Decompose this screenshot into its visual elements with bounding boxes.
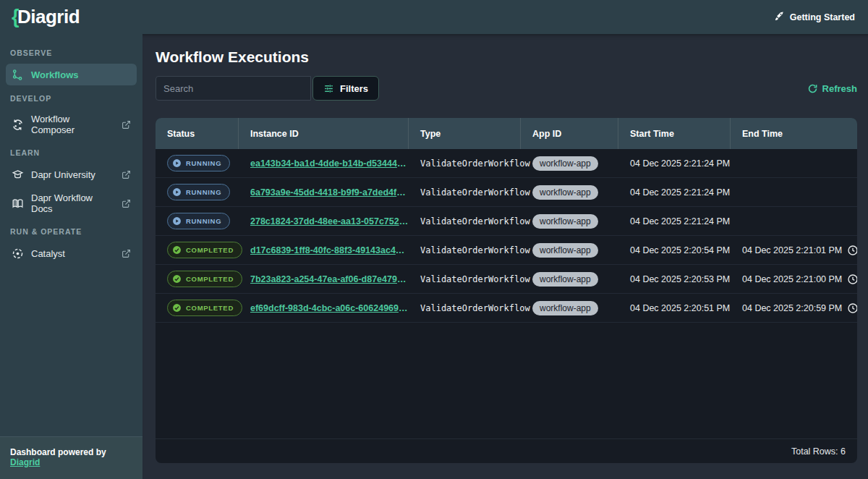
status-badge: COMPLETED [167, 242, 242, 258]
check-circle-icon [172, 274, 182, 284]
status-badge: RUNNING [167, 184, 230, 200]
end-time: 04 Dec 2025 2:20:59 PM [742, 303, 842, 313]
main-content: Workflow Executions Filters Refresh Stat… [142, 34, 868, 479]
status-badge: RUNNING [167, 155, 230, 171]
column-header-instance-id: Instance ID [239, 118, 409, 149]
target-icon [11, 247, 24, 260]
sidebar-item-catalyst[interactable]: Catalyst [6, 242, 137, 264]
external-link-icon [122, 120, 131, 130]
clock-icon [847, 274, 857, 285]
status-badge: RUNNING [167, 213, 230, 229]
workflow-type: ValidateOrderWorkflow [420, 245, 530, 255]
instance-id-link[interactable]: ef69dcff-983d-4cbc-a06c-606249699b50 [250, 303, 409, 313]
column-header-start-time: Start Time [618, 118, 731, 149]
topbar: { Diagrid Getting Started [0, 0, 868, 34]
section-label-develop: DEVELOP [10, 94, 142, 103]
sidebar-item-label: Workflow Composer [31, 114, 114, 135]
sidebar-item-dapr-workflow-docs[interactable]: Dapr Workflow Docs [6, 188, 137, 219]
clock-icon [847, 245, 857, 256]
start-time: 04 Dec 2025 2:20:51 PM [630, 303, 730, 313]
play-circle-icon [172, 158, 182, 168]
instance-id-link[interactable]: 6a793a9e-45dd-4418-b9f9-a7ded4f10b71 [250, 187, 409, 198]
filters-button[interactable]: Filters [312, 76, 379, 101]
sidebar: OBSERVE Workflows DEVELOP Workflow Compo… [0, 34, 142, 479]
filters-label: Filters [340, 83, 368, 94]
section-label-learn: LEARN [10, 148, 142, 157]
workflow-type: ValidateOrderWorkflow [420, 303, 530, 313]
check-circle-icon [172, 303, 182, 313]
external-link-icon [122, 249, 131, 258]
app-id-badge: workflow-app [532, 214, 598, 229]
sidebar-item-dapr-university[interactable]: Dapr University [6, 164, 137, 185]
powered-by-text: Dashboard powered by [10, 447, 106, 457]
rocket-icon [774, 11, 785, 24]
instance-id-link[interactable]: 278c1824-37dd-48ee-aa13-057c7525a1ef [250, 216, 409, 226]
play-circle-icon [172, 216, 182, 226]
column-header-type: Type [409, 118, 521, 149]
getting-started-button[interactable]: Getting Started [774, 11, 855, 24]
sidebar-item-workflow-composer[interactable]: Workflow Composer [6, 109, 137, 140]
external-link-icon [122, 170, 131, 179]
section-label-run-operate: RUN & OPERATE [10, 227, 142, 236]
end-time: 04 Dec 2025 2:21:01 PM [742, 245, 842, 255]
column-header-app-id: App ID [521, 118, 618, 149]
page-title: Workflow Executions [156, 48, 857, 66]
app-id-badge: workflow-app [532, 301, 598, 315]
app-id-badge: workflow-app [532, 185, 598, 200]
workflow-type: ValidateOrderWorkflow [420, 158, 530, 169]
workflow-icon [11, 68, 24, 81]
table-row: COMPLETED d17c6839-1ff8-40fc-88f3-49143a… [156, 236, 857, 265]
sidebar-item-label: Dapr Workflow Docs [31, 192, 114, 214]
refresh-icon [807, 83, 818, 94]
table-row: COMPLETED ef69dcff-983d-4cbc-a06c-606249… [156, 294, 857, 323]
workflow-type: ValidateOrderWorkflow [420, 187, 530, 198]
diagrid-logo[interactable]: { Diagrid [12, 6, 80, 28]
workflow-executions-table: Status Instance ID Type App ID Start Tim… [156, 118, 857, 463]
sidebar-item-label: Workflows [31, 69, 131, 80]
total-rows-label: Total Rows: 6 [791, 446, 846, 457]
controls-row: Filters Refresh [156, 76, 857, 101]
workflow-type: ValidateOrderWorkflow [420, 216, 530, 226]
refresh-label: Refresh [822, 83, 857, 94]
instance-id-link[interactable]: d17c6839-1ff8-40fc-88f3-49143ac47202 [250, 245, 409, 255]
sidebar-item-workflows[interactable]: Workflows [6, 64, 137, 85]
sidebar-spacer [0, 266, 142, 436]
diagrid-link[interactable]: Diagrid [10, 457, 40, 467]
start-time: 04 Dec 2025 2:20:53 PM [630, 274, 730, 284]
table-footer: Total Rows: 6 [156, 438, 857, 463]
instance-id-link[interactable]: 7b23a823-a254-47ea-af06-d87e479d9c8d [250, 274, 409, 284]
table-header: Status Instance ID Type App ID Start Tim… [156, 118, 857, 149]
play-circle-icon [172, 187, 182, 197]
status-badge: COMPLETED [167, 271, 242, 287]
book-icon [11, 197, 24, 210]
instance-id-link[interactable]: ea143b34-ba1d-4dde-b14b-d53444862... [250, 158, 409, 169]
sidebar-item-label: Dapr University [31, 169, 114, 180]
column-header-status: Status [156, 118, 239, 149]
graduation-cap-icon [11, 168, 24, 181]
table-row: RUNNING 6a793a9e-45dd-4418-b9f9-a7ded4f1… [156, 178, 857, 207]
start-time: 04 Dec 2025 2:21:24 PM [630, 187, 730, 198]
composer-icon [11, 118, 24, 131]
end-time: 04 Dec 2025 2:21:00 PM [742, 274, 842, 284]
app-id-badge: workflow-app [532, 243, 598, 258]
check-circle-icon [172, 245, 182, 255]
refresh-button[interactable]: Refresh [807, 83, 857, 94]
start-time: 04 Dec 2025 2:21:24 PM [630, 158, 730, 169]
sidebar-footer: Dashboard powered by Diagrid [0, 436, 142, 479]
app-id-badge: workflow-app [532, 156, 598, 171]
start-time: 04 Dec 2025 2:20:54 PM [630, 245, 730, 255]
getting-started-label: Getting Started [790, 12, 855, 22]
table-row: COMPLETED 7b23a823-a254-47ea-af06-d87e47… [156, 265, 857, 294]
column-header-end-time: End Time [731, 118, 857, 149]
logo-text: Diagrid [17, 6, 80, 28]
sidebar-item-label: Catalyst [31, 248, 114, 259]
table-empty-area [156, 323, 857, 438]
app-window: { Diagrid Getting Started OBSERVE Workfl… [0, 0, 868, 479]
app-id-badge: workflow-app [532, 272, 598, 287]
start-time: 04 Dec 2025 2:21:24 PM [630, 216, 730, 226]
clock-icon [847, 302, 857, 314]
external-link-icon [122, 199, 131, 208]
search-input[interactable] [156, 76, 311, 101]
sliders-icon [323, 83, 334, 94]
table-row: RUNNING ea143b34-ba1d-4dde-b14b-d5344486… [156, 149, 857, 178]
